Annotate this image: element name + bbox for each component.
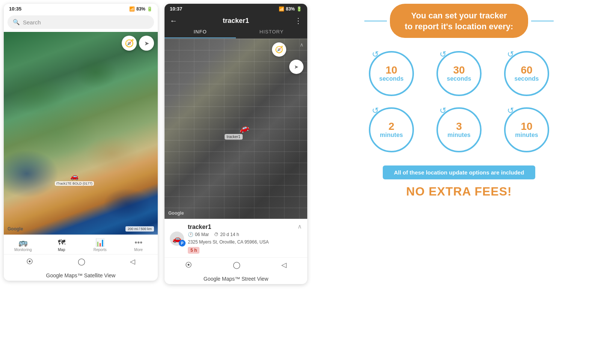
circle-number-10min: 10 [521,121,532,132]
map-aerial: 🧭 ➤ 🚗 tracker1 Google ∧ [165,39,307,219]
tracker-avatar-wrap: 🚗 P [170,232,184,246]
navigate-button[interactable]: ➤ [139,36,154,51]
tab-history[interactable]: HISTORY [236,25,307,38]
battery-icon-left: 🔋 [147,6,153,12]
android-home-right[interactable]: ◯ [233,261,240,269]
more-icon: ••• [134,238,142,247]
time-badge: 5 h [188,247,199,254]
tracker-duration: ⏱ 20 d 14 h [214,232,239,237]
tab-info[interactable]: INFO [165,25,236,38]
signal-icon-left: 📶 [129,6,135,12]
circle-number-2min: 2 [388,121,394,132]
status-icons-right: 📶 83% 🔋 [279,6,302,12]
info-title-box: You can set your tracker to report it's … [390,4,528,38]
more-menu-button[interactable]: ⋮ [294,16,302,25]
tabs-bar: INFO HISTORY [165,25,307,39]
map-icon: 🗺 [58,238,65,247]
android-recents-right[interactable]: ⦿ [185,261,192,269]
info-included-box: All of these location update options are… [383,165,536,179]
circle-60sec: ↺ 60 seconds [498,49,555,98]
circle-number-3min: 3 [456,121,462,132]
circle-ring-30sec: ↺ 30 seconds [436,51,482,96]
circle-number-60sec: 60 [521,65,532,75]
search-placeholder: Search [23,19,41,26]
map-scale: 200 mi / 500 km [125,226,154,232]
aerial-google-logo: Google [168,211,184,216]
clock-icon: 🕐 [188,232,193,237]
tracker-info-panel: 🚗 P tracker1 🕐 06 Mar ⏱ 20 d 14 h [165,219,307,257]
circle-10sec: ↺ 10 seconds [363,49,420,98]
tracker-date: 🕐 06 Mar [188,232,209,237]
circle-10min: ↺ 10 minutes [498,105,555,154]
reports-icon: 📊 [95,238,105,247]
nav-more[interactable]: ••• More [127,238,150,252]
tracker-info-header: 🚗 P tracker1 🕐 06 Mar ⏱ 20 d 14 h [170,224,302,254]
info-panel: You can set your tracker to report it's … [319,4,599,199]
circle-3min: ↺ 3 minutes [431,105,487,154]
nav-reports-label: Reports [94,248,107,252]
nav-more-label: More [134,248,143,252]
tracker-address: 2325 Myers St, Oroville, CA 95966, USA [188,239,269,245]
battery-left: 83% [136,6,145,12]
scroll-arrow: ∧ [300,42,304,48]
aerial-tracker-label: tracker1 [225,134,243,140]
circle-unit-2min: minutes [380,132,403,138]
info-no-fees: NO EXTRA FEES! [406,185,512,199]
circle-number-10sec: 10 [385,65,397,75]
circle-30sec: ↺ 30 seconds [431,49,487,98]
android-recents-left[interactable]: ⦿ [26,258,33,266]
circle-arrow-10min: ↺ [507,106,514,116]
caption-street: Google Maps™ Street View [165,272,307,284]
nav-reports[interactable]: 📊 Reports [89,238,111,252]
battery-right: 83% [286,6,295,12]
nav-monitoring[interactable]: 🚌 Monitoring [12,238,34,252]
circle-2min: ↺ 2 minutes [363,105,420,154]
search-bar[interactable]: 🔍 Search [8,15,154,29]
tracker-meta: 🕐 06 Mar ⏱ 20 d 14 h [188,232,269,237]
compass-button[interactable]: 🧭 [122,36,137,51]
circle-unit-60sec: seconds [515,75,539,82]
circle-arrow-10sec: ↺ [372,50,379,59]
caption-satellite: Google Maps™ Satellite View [4,269,158,281]
circle-arrow-60sec: ↺ [507,50,514,59]
tracker-car-icon: 🚗 [70,172,79,180]
aerial-nav-button[interactable]: ➤ [289,60,304,74]
aerial-compass[interactable]: 🧭 [272,42,286,57]
circle-unit-3min: minutes [447,132,470,138]
android-back-right[interactable]: ◁ [281,261,287,269]
status-time-right: 10:37 [170,6,182,12]
circle-arrow-3min: ↺ [439,106,446,116]
search-icon: 🔍 [13,19,20,26]
circle-number-30sec: 30 [453,65,465,75]
tracker-name: tracker1 [188,224,269,230]
info-included-text: All of these location update options are… [394,169,524,176]
circle-ring-60sec: ↺ 60 seconds [504,51,549,96]
nav-monitoring-label: Monitoring [14,248,32,252]
monitoring-icon: 🚌 [18,238,28,247]
panel-scroll-icon: ∧ [297,223,302,230]
circle-arrow-30sec: ↺ [439,50,446,59]
signal-icon-right: 📶 [279,6,284,12]
android-back-left[interactable]: ◁ [130,257,135,266]
circle-arrow-2min: ↺ [372,106,379,116]
circles-grid: ↺ 10 seconds ↺ 30 seconds ↺ 60 seconds ↺… [363,49,555,154]
bottom-nav-left: 🚌 Monitoring 🗺 Map 📊 Reports ••• More [4,235,158,254]
timer-icon: ⏱ [214,232,219,237]
tracker-title: tracker1 [223,17,249,25]
circle-ring-10sec: ↺ 10 seconds [369,51,414,96]
back-button[interactable]: ← [170,17,177,25]
circle-ring-2min: ↺ 2 minutes [369,107,414,152]
android-home-left[interactable]: ◯ [78,257,85,266]
battery-icon-right: 🔋 [296,6,302,12]
google-logo-left: Google [8,226,23,232]
phone-satellite: 10:35 📶 83% 🔋 🔍 Search 🧭 ➤ 🚗 iTrack1TE B… [4,4,158,281]
nav-map-label: Map [58,248,65,252]
circle-unit-10sec: seconds [379,75,404,82]
tracker-label: iTrack1TE BOLD (0177) [55,181,94,186]
info-title: You can set your tracker to report it's … [405,11,513,32]
nav-map[interactable]: 🗺 Map [50,238,73,252]
circle-unit-30sec: seconds [447,75,471,82]
phone-street: 10:37 📶 83% 🔋 ← tracker1 ⋮ INFO HISTORY … [165,4,307,284]
circle-ring-10min: ↺ 10 minutes [504,107,549,152]
android-nav-right: ⦿ ◯ ◁ [165,257,307,272]
